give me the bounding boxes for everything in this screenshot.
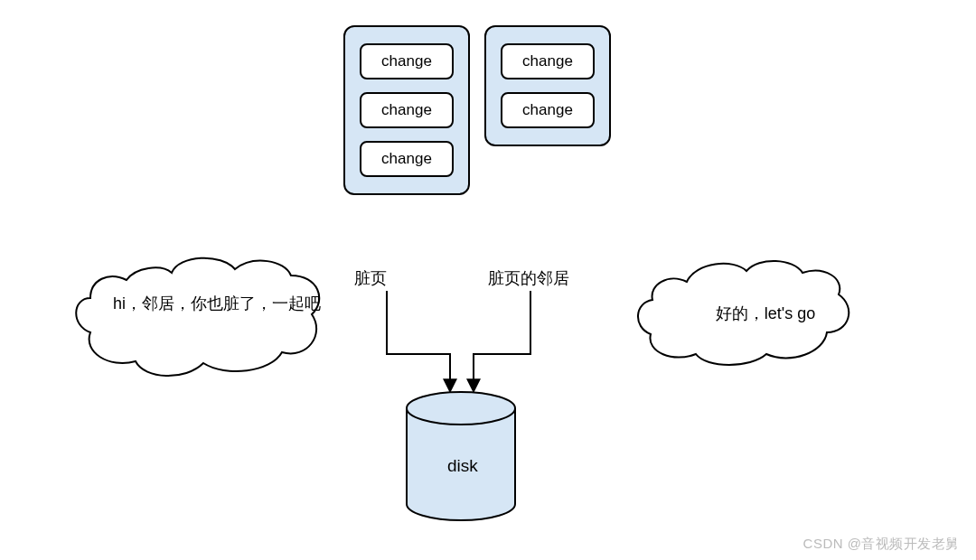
speech-left-text: hi，邻居，你也脏了，一起吧 <box>113 291 321 317</box>
change-entry: change <box>501 43 595 79</box>
change-entry: change <box>360 92 454 128</box>
dirty-page-box: change change change <box>343 25 470 195</box>
neighbor-page-label: 脏页的邻居 <box>488 267 569 289</box>
speech-cloud-left <box>76 258 319 376</box>
neighbor-page-box: change change <box>484 25 611 146</box>
arrow-left-to-disk <box>387 291 450 390</box>
speech-right-text: 好的，let's go <box>680 301 851 327</box>
change-entry: change <box>360 43 454 79</box>
disk-label: disk <box>447 456 478 476</box>
svg-point-0 <box>407 392 515 425</box>
watermark: CSDN @音视频开发老舅 <box>803 536 960 553</box>
change-entry: change <box>501 92 595 128</box>
dirty-page-label: 脏页 <box>354 267 387 289</box>
change-entry: change <box>360 141 454 177</box>
arrow-right-to-disk <box>474 291 530 390</box>
